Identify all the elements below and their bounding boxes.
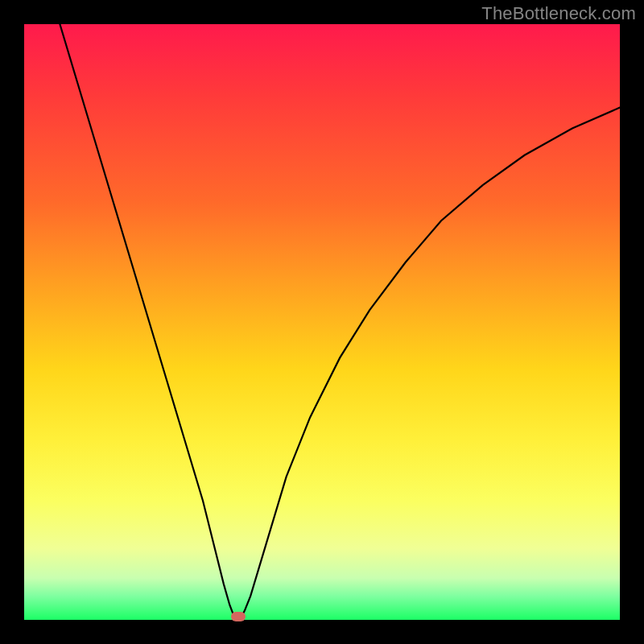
curve-right-branch bbox=[242, 108, 620, 617]
curve-left-branch bbox=[60, 24, 235, 617]
chart-frame: TheBottleneck.com bbox=[0, 0, 644, 644]
minimum-marker bbox=[231, 612, 246, 621]
curve-layer bbox=[24, 24, 620, 620]
plot-area bbox=[24, 24, 620, 620]
watermark-text: TheBottleneck.com bbox=[481, 3, 636, 24]
